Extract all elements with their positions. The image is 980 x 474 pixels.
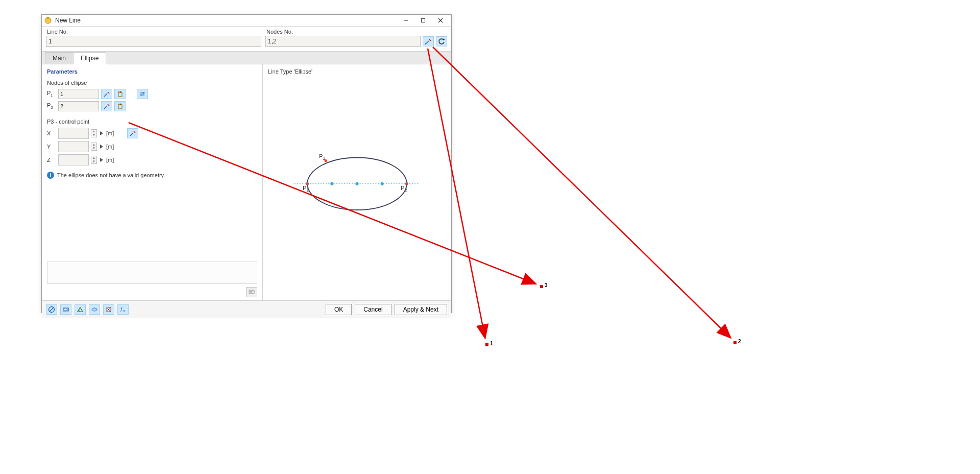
- tab-main[interactable]: Main: [45, 52, 74, 64]
- function-button[interactable]: f≡: [117, 304, 129, 315]
- pick-p1-button[interactable]: [101, 89, 112, 99]
- svg-rect-1: [47, 17, 48, 19]
- z-unit: [m]: [106, 157, 114, 163]
- info-icon: i: [47, 172, 54, 179]
- reverse-nodes-button[interactable]: [436, 36, 447, 46]
- info-text: The ellipse does not have a valid geomet…: [57, 172, 165, 178]
- svg-text:≡: ≡: [123, 309, 125, 313]
- comment-box[interactable]: [47, 262, 257, 284]
- y-menu-icon[interactable]: [100, 145, 103, 149]
- external-point-3-label: 3: [545, 282, 548, 288]
- material-button[interactable]: [89, 304, 100, 315]
- svg-text:0,00: 0,00: [64, 308, 69, 311]
- external-point-3: [540, 285, 543, 288]
- new-line-dialog: New Line Line No. Nodes No.: [41, 14, 452, 313]
- nodes-of-ellipse-label: Nodes of ellipse: [42, 78, 262, 88]
- x-label: X: [47, 130, 56, 136]
- new-node-p1-button[interactable]: ✶: [114, 89, 126, 99]
- swap-nodes-button[interactable]: [137, 89, 148, 99]
- p1-label: P1: [47, 90, 56, 98]
- svg-point-6: [425, 43, 426, 44]
- y-label: Y: [47, 144, 56, 150]
- p3-title: P3 - control point: [42, 116, 262, 127]
- window-title: New Line: [55, 15, 397, 26]
- new-node-p2-button[interactable]: ✶: [114, 101, 126, 111]
- svg-marker-10: [143, 92, 145, 94]
- svg-point-21: [355, 182, 358, 185]
- external-point-1-label: 1: [490, 341, 493, 346]
- preview-p3-label: P3: [319, 153, 325, 161]
- preview-p2-label: P2: [401, 185, 407, 193]
- y-unit: [m]: [106, 144, 114, 150]
- svg-point-20: [330, 182, 333, 185]
- svg-rect-3: [422, 19, 425, 22]
- z-label: Z: [47, 157, 56, 163]
- pick-nodes-button[interactable]: [423, 36, 434, 46]
- svg-text:✶: ✶: [119, 90, 122, 93]
- parameters-pane: Parameters Nodes of ellipse P1 ✶: [42, 64, 263, 300]
- pick-p2-button[interactable]: [101, 101, 112, 111]
- titlebar: New Line: [42, 15, 451, 27]
- svg-point-32: [92, 308, 97, 311]
- pick-p3-button[interactable]: [127, 128, 138, 138]
- help-button[interactable]: [46, 304, 57, 315]
- ok-button[interactable]: OK: [326, 304, 352, 315]
- svg-point-22: [381, 182, 384, 185]
- preview-p1-label: P1: [303, 185, 309, 193]
- bottom-bar: 0,00 f≡ OK Cancel Apply & Next: [42, 300, 451, 318]
- external-point-1: [485, 343, 488, 346]
- line-no-label: Line No.: [46, 29, 260, 35]
- svg-marker-7: [443, 38, 445, 40]
- units-button[interactable]: 0,00: [60, 304, 71, 315]
- tab-ellipse[interactable]: Ellipse: [73, 52, 106, 64]
- svg-line-28: [50, 307, 54, 312]
- x-stepper[interactable]: ▲▼: [91, 129, 97, 137]
- svg-marker-11: [140, 94, 141, 96]
- cancel-button[interactable]: Cancel: [355, 304, 391, 315]
- app-icon: [44, 16, 52, 25]
- maximize-button[interactable]: [414, 15, 432, 26]
- apply-next-button[interactable]: Apply & Next: [395, 304, 447, 315]
- p2-input[interactable]: [58, 101, 99, 111]
- svg-line-40: [433, 47, 730, 337]
- minimize-button[interactable]: [397, 15, 414, 26]
- comment-toggle-button[interactable]: [246, 287, 257, 297]
- nodes-no-label: Nodes No.: [265, 29, 447, 35]
- preview-canvas: P1 P2 P3: [263, 78, 451, 300]
- header-row: Line No. Nodes No.: [42, 27, 451, 52]
- external-point-2-label: 2: [738, 339, 741, 344]
- x-input[interactable]: [58, 128, 89, 139]
- z-menu-icon[interactable]: [100, 158, 103, 162]
- x-menu-icon[interactable]: [100, 131, 103, 135]
- preview-pane: Line Type 'Ellipse': [263, 64, 451, 300]
- z-stepper[interactable]: ▲▼: [91, 156, 97, 164]
- close-button[interactable]: [432, 15, 449, 26]
- y-input[interactable]: [58, 141, 89, 152]
- svg-text:f: f: [120, 307, 122, 313]
- svg-text:✶: ✶: [119, 103, 122, 106]
- preview-title: Line Type 'Ellipse': [263, 64, 451, 78]
- p1-input[interactable]: [58, 89, 99, 99]
- p2-label: P2: [47, 102, 56, 110]
- view-button[interactable]: [75, 304, 86, 315]
- y-stepper[interactable]: ▲▼: [91, 143, 97, 151]
- info-row: i The ellipse does not have a valid geom…: [42, 167, 262, 181]
- nodes-no-input[interactable]: [265, 36, 421, 47]
- parameters-title: Parameters: [42, 64, 262, 78]
- external-point-2: [733, 341, 737, 344]
- tabs-bar: Main Ellipse: [42, 52, 451, 64]
- z-input[interactable]: [58, 154, 89, 165]
- x-unit: [m]: [106, 130, 114, 136]
- line-no-input[interactable]: [46, 36, 261, 47]
- clear-button[interactable]: [103, 304, 114, 315]
